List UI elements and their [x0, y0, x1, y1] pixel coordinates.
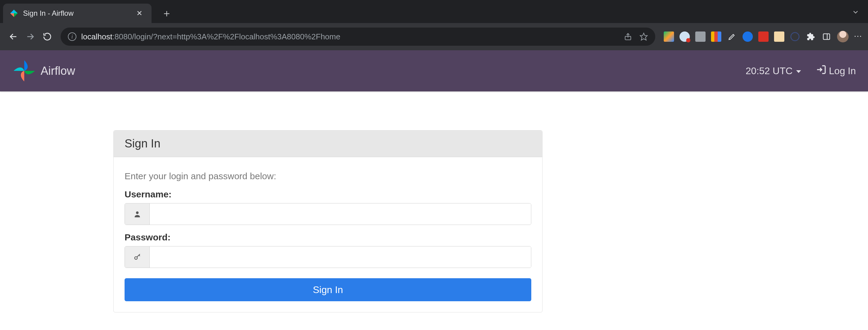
address-bar[interactable]: i localhost:8080/login/?next=http%3A%2F%…: [61, 28, 655, 46]
browser-tab[interactable]: Sign In - Airflow ✕: [3, 4, 152, 23]
tab-strip: Sign In - Airflow ✕ ＋: [0, 0, 868, 23]
brand-text: Airflow: [41, 65, 75, 77]
reload-button[interactable]: [40, 29, 55, 44]
share-icon[interactable]: [624, 32, 632, 41]
chevron-down-icon: [796, 70, 801, 73]
user-icon: [125, 203, 150, 225]
extension-icon[interactable]: [711, 32, 721, 42]
username-label: Username:: [125, 189, 531, 199]
back-button[interactable]: [6, 29, 21, 44]
page-content: Sign In Enter your login and password be…: [0, 92, 868, 312]
browser-toolbar: i localhost:8080/login/?next=http%3A%2F%…: [0, 23, 868, 50]
extension-icon[interactable]: [664, 32, 674, 42]
forward-button[interactable]: [23, 29, 38, 44]
login-icon: [816, 65, 827, 77]
password-label: Password:: [125, 232, 531, 242]
svg-point-7: [136, 211, 138, 214]
extension-icon[interactable]: [695, 32, 706, 42]
navbar-right: 20:52 UTC Log In: [746, 65, 856, 77]
airflow-navbar: Airflow 20:52 UTC Log In: [0, 50, 868, 92]
tab-overflow-icon[interactable]: [851, 8, 862, 18]
close-icon[interactable]: ✕: [135, 9, 144, 18]
bookmark-icon[interactable]: [640, 32, 648, 41]
signin-panel: Sign In Enter your login and password be…: [113, 130, 542, 312]
signin-button[interactable]: Sign In: [125, 278, 531, 301]
extension-icon[interactable]: [680, 32, 690, 42]
tab-title: Sign In - Airflow: [23, 9, 130, 18]
extension-icon[interactable]: [774, 32, 784, 42]
svg-rect-4: [824, 34, 830, 40]
panel-title: Sign In: [114, 131, 542, 157]
key-icon: [125, 246, 150, 268]
extension-icon[interactable]: [727, 32, 737, 42]
instructions-text: Enter your login and password below:: [125, 171, 531, 182]
airflow-icon: [10, 9, 18, 18]
username-input-group: [125, 203, 531, 225]
login-link-label: Log In: [829, 65, 856, 76]
airflow-logo-icon: [12, 59, 36, 83]
extension-icon[interactable]: [790, 32, 800, 42]
password-input-group: [125, 246, 531, 268]
extension-icon[interactable]: [758, 32, 769, 42]
new-tab-button[interactable]: ＋: [161, 7, 173, 20]
omnibox-actions: [624, 32, 648, 41]
clock-dropdown[interactable]: 20:52 UTC: [746, 65, 801, 76]
chrome-menu-icon[interactable]: ⋮: [854, 32, 862, 41]
svg-marker-3: [640, 33, 647, 40]
brand-link[interactable]: Airflow: [12, 59, 75, 83]
site-info-icon[interactable]: i: [68, 32, 76, 41]
extensions-row: ⋮: [661, 31, 862, 42]
url-text: localhost:8080/login/?next=http%3A%2F%2F…: [81, 32, 619, 41]
extension-icon[interactable]: [743, 32, 753, 42]
profile-avatar[interactable]: [837, 31, 848, 42]
svg-point-8: [134, 257, 137, 260]
username-input[interactable]: [150, 203, 531, 225]
password-input[interactable]: [150, 246, 531, 268]
extensions-menu-icon[interactable]: [806, 32, 816, 42]
browser-chrome: Sign In - Airflow ✕ ＋ i localhost:8080/l…: [0, 0, 868, 50]
side-panel-icon[interactable]: [821, 32, 832, 42]
login-link[interactable]: Log In: [816, 65, 856, 77]
clock-text: 20:52 UTC: [746, 65, 793, 76]
